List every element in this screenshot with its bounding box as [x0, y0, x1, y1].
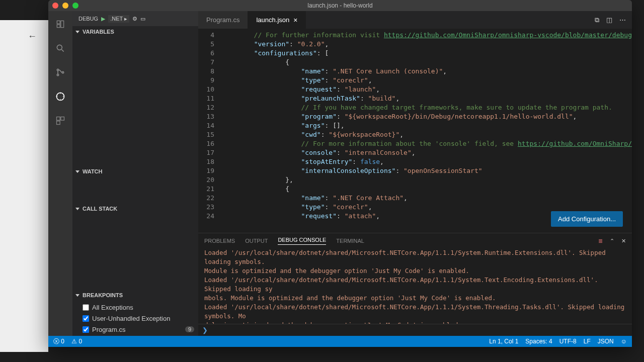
line-gutter: 456789101112131415161718192021222324 — [198, 29, 222, 233]
status-encoding[interactable]: UTF-8 — [559, 338, 577, 345]
status-bar: ⓧ 0 ⚠ 0 Ln 1, Col 1 Spaces: 4 UTF-8 LF J… — [48, 336, 632, 347]
debug-toolbar: DEBUG ▶ .NET ▸ ⚙ ▭ — [72, 11, 198, 26]
panel-tab[interactable]: OUTPUT — [245, 238, 268, 244]
debug-console-icon[interactable]: ▭ — [140, 16, 145, 22]
status-errors[interactable]: ⓧ 0 — [53, 337, 64, 346]
breakpoint-label: All Exceptions — [92, 304, 133, 311]
debug-sidebar: DEBUG ▶ .NET ▸ ⚙ ▭ VARIABLES WATCH CALL … — [72, 11, 198, 336]
filter-icon[interactable]: ≣ — [598, 238, 603, 244]
watch-body — [72, 177, 198, 203]
code-editor[interactable]: 456789101112131415161718192021222324 // … — [198, 29, 632, 233]
debug-icon[interactable] — [53, 89, 67, 104]
svg-rect-5 — [57, 117, 60, 121]
svg-point-0 — [57, 45, 62, 50]
maximize-icon[interactable] — [72, 3, 78, 9]
status-spaces[interactable]: Spaces: 4 — [525, 338, 552, 345]
variables-body — [72, 37, 198, 166]
breakpoint-row[interactable]: User-Unhandled Exception — [72, 313, 198, 324]
extensions-icon[interactable] — [53, 114, 67, 128]
status-warnings[interactable]: ⚠ 0 — [71, 338, 82, 345]
breakpoint-label: Program.cs — [92, 326, 125, 333]
editor-tabs: Program.cslaunch.json× ⧉ ◫ ⋯ — [198, 11, 632, 29]
close-icon[interactable] — [52, 3, 58, 9]
bottom-panel: PROBLEMSOUTPUTDEBUG CONSOLETERMINAL ≣ ⌃ … — [198, 233, 632, 336]
callstack-body — [72, 214, 198, 290]
editor-tab[interactable]: launch.json× — [248, 11, 306, 29]
start-debug-icon[interactable]: ▶ — [101, 16, 105, 22]
debug-console-input[interactable]: ❯ — [198, 324, 632, 336]
svg-rect-7 — [57, 121, 60, 125]
activity-bar — [48, 11, 72, 336]
debug-label: DEBUG — [78, 16, 98, 22]
breakpoints-body: All ExceptionsUser-Unhandled ExceptionPr… — [72, 301, 198, 336]
feedback-icon[interactable]: ☺ — [621, 338, 627, 345]
more-icon[interactable]: ⋯ — [619, 16, 626, 24]
git-icon[interactable] — [53, 65, 67, 79]
background-window: ← — [0, 20, 48, 352]
back-arrow-icon[interactable]: ← — [28, 31, 37, 42]
search-icon[interactable] — [53, 41, 67, 55]
panel-tabs: PROBLEMSOUTPUTDEBUG CONSOLETERMINAL ≣ ⌃ … — [198, 233, 632, 248]
breakpoint-checkbox[interactable] — [83, 315, 89, 322]
editor-tab[interactable]: Program.cs — [198, 11, 248, 29]
explorer-icon[interactable] — [53, 17, 67, 31]
status-eol[interactable]: LF — [584, 338, 591, 345]
split-editor-icon[interactable]: ◫ — [606, 16, 612, 24]
svg-point-3 — [62, 71, 63, 73]
chevron-up-icon[interactable]: ⌃ — [610, 238, 614, 244]
editor-group: Program.cslaunch.json× ⧉ ◫ ⋯ 45678910111… — [198, 11, 632, 336]
section-variables[interactable]: VARIABLES — [72, 26, 198, 37]
minimize-icon[interactable] — [62, 3, 68, 9]
breakpoint-badge: 9 — [185, 326, 194, 332]
panel-tab[interactable]: TERMINAL — [336, 238, 364, 244]
breakpoint-row[interactable]: Program.cs9 — [72, 324, 198, 335]
debug-console-output[interactable]: Loaded '/usr/local/share/dotnet/shared/M… — [198, 248, 632, 324]
code-content[interactable]: // For further information visit https:/… — [222, 29, 632, 233]
close-tab-icon[interactable]: × — [293, 16, 297, 24]
window-title: launch.json - hello-world — [307, 2, 372, 9]
section-watch[interactable]: WATCH — [72, 166, 198, 177]
panel-tab[interactable]: PROBLEMS — [204, 238, 235, 244]
svg-rect-6 — [61, 117, 64, 121]
titlebar: launch.json - hello-world — [48, 0, 632, 11]
close-panel-icon[interactable]: ✕ — [621, 238, 626, 244]
breakpoint-checkbox[interactable] — [83, 304, 89, 311]
breakpoint-label: User-Unhandled Exception — [92, 315, 170, 322]
status-language[interactable]: JSON — [598, 338, 614, 345]
status-cursor-pos[interactable]: Ln 1, Col 1 — [489, 338, 518, 345]
breakpoint-checkbox[interactable] — [83, 326, 89, 333]
tab-label: launch.json — [256, 16, 289, 24]
svg-point-2 — [57, 74, 58, 75]
tab-label: Program.cs — [206, 16, 239, 24]
panel-tab[interactable]: DEBUG CONSOLE — [278, 237, 326, 245]
split-diff-icon[interactable]: ⧉ — [595, 16, 599, 24]
traffic-lights[interactable] — [52, 3, 78, 9]
gear-icon[interactable]: ⚙ — [132, 16, 137, 22]
section-callstack[interactable]: CALL STACK — [72, 203, 198, 214]
section-breakpoints[interactable]: BREAKPOINTS — [72, 290, 198, 301]
vscode-window: launch.json - hello-world DEBUG ▶ .NET ▸… — [48, 0, 632, 347]
breakpoint-row[interactable]: All Exceptions — [72, 302, 198, 313]
svg-point-1 — [57, 69, 58, 70]
add-configuration-button[interactable]: Add Configuration... — [551, 211, 623, 227]
debug-config-select[interactable]: .NET ▸ — [108, 15, 129, 23]
